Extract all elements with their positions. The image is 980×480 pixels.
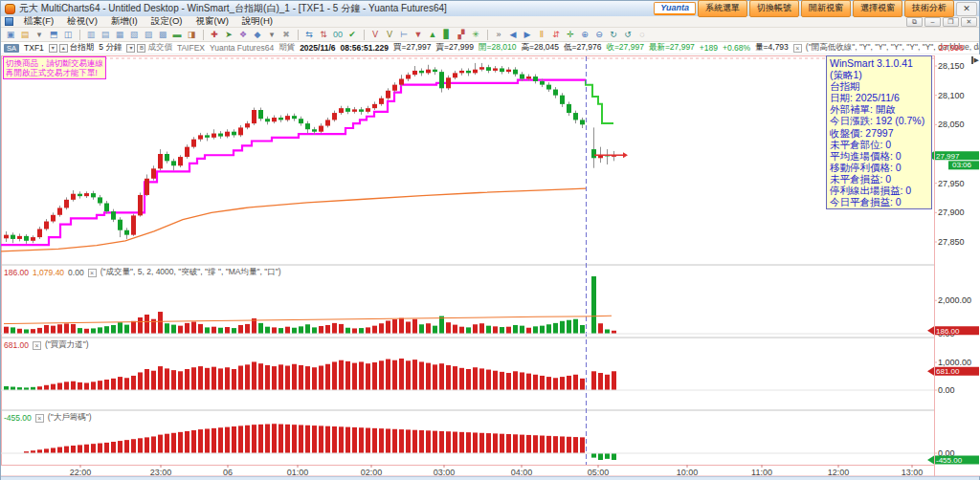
toolbar-icon[interactable]: ◌ <box>635 29 649 41</box>
toolbar-icon[interactable]: ▦ <box>113 29 126 41</box>
quote-spin-button[interactable]: ▾ <box>126 44 135 53</box>
toolbar-icon[interactable]: ⬒ <box>47 29 60 41</box>
toolbar-icon[interactable]: ❖ <box>236 29 250 41</box>
toolbar-icon[interactable]: ⊖ <box>592 29 606 41</box>
toolbar-icon[interactable]: ⇆ <box>302 29 316 41</box>
toolbar-icon[interactable]: ▼ <box>412 29 425 41</box>
menu-item[interactable]: 新增(I) <box>104 15 145 28</box>
quote-spin-button[interactable]: ▴ <box>59 44 68 53</box>
menu-item[interactable]: 檔案(F) <box>17 15 60 28</box>
winsmart-line: 移動停利價格: 0 <box>830 162 928 173</box>
menu-item[interactable]: 設定(O) <box>145 15 189 28</box>
toolbar-icon[interactable]: ▣ <box>4 29 17 41</box>
toolbar-icon[interactable]: ➤ <box>222 29 235 41</box>
close-button[interactable]: ✕ <box>956 2 977 16</box>
horizontal-scrollbar[interactable] <box>1 476 979 480</box>
indicator-toggle-checkbox[interactable]: × <box>33 341 41 350</box>
indicator-toggle-checkbox[interactable]: × <box>35 414 44 423</box>
switch-product-warning: 切換商品，請切斷交易連線再開啟正式交易才能下單! <box>3 56 106 79</box>
toolbar-icon[interactable]: ⇅ <box>317 29 330 41</box>
toolbar-icon[interactable]: ▥ <box>84 29 98 41</box>
titlebar-button[interactable]: 開新視窗 <box>801 0 851 17</box>
toolbar-icon[interactable]: Ⅱ <box>535 29 548 41</box>
toolbar-icon[interactable]: Ⅴ <box>383 29 396 41</box>
quote-field: 台指期 <box>70 42 95 54</box>
svg-text:04:00: 04:00 <box>511 468 533 476</box>
menu-item[interactable]: 檢視(V) <box>60 15 104 28</box>
toolbar-icon[interactable]: ◆ <box>251 29 264 41</box>
svg-text:27,950: 27,950 <box>938 179 965 188</box>
svg-text:28,100: 28,100 <box>938 91 965 100</box>
toolbar-icon[interactable]: ✖ <box>279 29 293 41</box>
menu-item[interactable]: 視窗(W) <box>189 15 235 28</box>
svg-text:23:00: 23:00 <box>150 468 172 476</box>
toolbar-icon[interactable]: ◨ <box>185 29 198 41</box>
toolbar-icon[interactable]: ✛ <box>564 29 577 41</box>
svg-text:28,150: 28,150 <box>938 61 965 71</box>
expand-panel-icon[interactable]: ▶ <box>971 56 979 64</box>
toolbar-icon[interactable]: ✚ <box>208 29 221 41</box>
bar-countdown-badge: 03:06 <box>948 161 979 169</box>
toolbar-icon[interactable]: ↺ <box>621 29 635 41</box>
toolbar-icon[interactable]: ▧ <box>127 29 141 41</box>
child-window-control[interactable]: – <box>924 17 941 27</box>
toolbar-icon[interactable]: Ⅴ <box>368 29 382 41</box>
titlebar-button[interactable]: 選擇視窗 <box>853 0 902 17</box>
titlebar-button[interactable]: 系統選單 <box>698 0 747 17</box>
toolbar-icon[interactable]: ✳ <box>469 29 482 41</box>
titlebar-button[interactable]: 切換帳號 <box>749 0 799 17</box>
toolbar-icon[interactable]: ◫ <box>61 29 75 41</box>
toolbar-separator <box>203 30 204 40</box>
toolbar-icon[interactable]: ▤ <box>99 29 112 41</box>
toolbar-icon[interactable]: ▬ <box>170 29 184 41</box>
chart-window-icon[interactable] <box>5 17 13 26</box>
winsmart-strategy-panel: WinSmart 3.1.0.41(策略1)台指期日期: 2025/11/6外部… <box>826 55 932 209</box>
chips-badge: -455.00 <box>927 456 979 466</box>
toolbar-icon[interactable]: ▲ <box>426 29 439 41</box>
menu-item[interactable]: 說明(H) <box>235 15 279 28</box>
child-window-control[interactable]: ✕ <box>961 17 977 27</box>
toolbar-icon[interactable]: ▤ <box>18 29 32 41</box>
toolbar-icon[interactable]: ▾ <box>265 29 278 41</box>
quote-field: 最新=27,997 <box>649 42 695 54</box>
child-window-control[interactable]: ❐ <box>943 17 959 27</box>
winsmart-line: WinSmart 3.1.0.41 <box>830 57 928 69</box>
toolbar-separator <box>487 30 488 40</box>
indicator-value: 681.00 <box>4 340 29 350</box>
toolbar-icon[interactable]: ▶ <box>521 29 534 41</box>
indicator-formula: ("買賣力道") <box>45 339 89 351</box>
toolbar-icon[interactable]: ▩ <box>156 29 169 41</box>
toolbar-icon[interactable]: ⊢ <box>397 29 411 41</box>
toolbar-icon[interactable]: 00 <box>331 29 345 41</box>
toolbar-icon[interactable]: ▞ <box>455 29 468 41</box>
indicator-toggle-checkbox[interactable]: × <box>793 44 802 53</box>
quote-field: 買=27,997 <box>393 42 431 54</box>
quote-field: +189 <box>700 43 718 53</box>
toolbar-icon[interactable]: ▾ <box>33 29 46 41</box>
chart-area[interactable]: 28,15028,10028,05027,95027,90027,8502,00… <box>1 55 980 476</box>
quote-spin-button[interactable]: B <box>137 44 145 53</box>
toolbar-icon[interactable]: ⇵ <box>549 29 563 41</box>
child-window-control[interactable]: ⧉ <box>906 17 923 27</box>
toolbar-icon[interactable]: ▨ <box>142 29 155 41</box>
yuanta-logo-button[interactable]: Yuanta <box>654 2 696 15</box>
toolbar-icon[interactable]: ⊕ <box>578 29 591 41</box>
toolbar-icon[interactable]: ◀ <box>506 29 520 41</box>
titlebar-buttons: Yuanta 系統選單切換帳號開新視窗選擇視窗技術分析 ✕ <box>654 0 977 17</box>
quote-field: 成交價 <box>147 42 172 54</box>
indicator-toggle-checkbox[interactable]: × <box>88 269 97 277</box>
quote-field: +0.68% <box>723 43 750 53</box>
titlebar-button[interactable]: 技術分析 <box>904 0 954 17</box>
quote-field: 收=27,997 <box>606 42 643 54</box>
quote-field: 高=28,045 <box>521 42 558 54</box>
svg-text:12:00: 12:00 <box>828 468 850 476</box>
toolbar-icon[interactable]: » <box>492 29 505 41</box>
toolbar-icon[interactable]: ▊ <box>440 29 454 41</box>
quote-field: 5 分鐘 <box>99 42 122 54</box>
toolbar-icon[interactable]: ✔ <box>345 29 359 41</box>
quote-spin-button[interactable]: ▾ <box>49 44 57 53</box>
svg-text:11:00: 11:00 <box>751 468 772 476</box>
svg-text:2,000.00: 2,000.00 <box>938 295 971 305</box>
toolbar-icon[interactable]: ↻ <box>607 29 620 41</box>
volume-ma-line <box>4 316 612 323</box>
